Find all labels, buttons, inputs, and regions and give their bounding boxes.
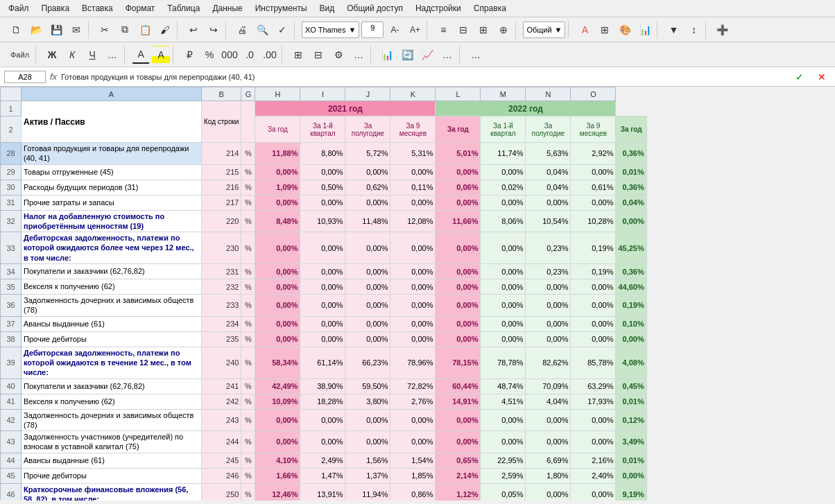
label-cell-42[interactable]: Задолженность дочерних и зависимых общес… — [21, 409, 202, 431]
val-46-5[interactable]: 0,05% — [481, 483, 526, 501]
val-32-4[interactable]: 11,66% — [436, 210, 481, 232]
underline-button[interactable]: Ч — [83, 46, 101, 64]
val-41-4[interactable]: 14,91% — [436, 394, 481, 409]
delete-cell-button[interactable]: ⊟ — [309, 46, 327, 64]
filter-button[interactable]: ▼ — [664, 21, 682, 39]
val-30-7[interactable]: 0,61% — [571, 180, 616, 195]
val-44-8[interactable]: 0,01% — [616, 453, 646, 468]
val-46-4[interactable]: 1,12% — [436, 483, 481, 501]
val-29-7[interactable]: 0,00% — [571, 164, 616, 180]
val-37-1[interactable]: 0,00% — [300, 316, 345, 331]
print-preview-button[interactable]: 🔍 — [253, 21, 271, 39]
chart-button[interactable]: 📈 — [418, 46, 436, 64]
open-button[interactable]: 📂 — [27, 21, 45, 39]
label-cell-46[interactable]: Краткосрочные финансовые вложения (56, 5… — [21, 483, 202, 501]
label-cell-28[interactable]: Готовая продукция и товары для перепрода… — [21, 143, 202, 165]
val-41-0[interactable]: 10,09% — [255, 394, 300, 409]
val-34-5[interactable]: 0,00% — [481, 264, 526, 279]
menu-table[interactable]: Таблица — [162, 1, 205, 15]
val-37-4[interactable]: 0,00% — [436, 316, 481, 331]
val-42-8[interactable]: 0,12% — [616, 409, 646, 431]
val-36-0[interactable]: 0,00% — [255, 295, 300, 317]
save-button[interactable]: 💾 — [47, 21, 65, 39]
val-43-7[interactable]: 0,00% — [571, 431, 616, 453]
val-33-5[interactable]: 0,00% — [481, 232, 526, 264]
val-35-0[interactable]: 0,00% — [255, 279, 300, 295]
val-34-7[interactable]: 0,19% — [571, 264, 616, 279]
format-painter-button[interactable]: 🖌 — [156, 21, 174, 39]
val-29-0[interactable]: 0,00% — [255, 164, 300, 180]
val-46-2[interactable]: 11,94% — [345, 483, 390, 501]
val-34-6[interactable]: 0,23% — [526, 264, 571, 279]
val-31-6[interactable]: 0,00% — [526, 195, 571, 210]
table-row[interactable]: 36Задолженность дочерних и зависимых общ… — [1, 295, 647, 317]
val-40-0[interactable]: 42,49% — [255, 379, 300, 394]
val-31-5[interactable]: 0,00% — [481, 195, 526, 210]
val-45-7[interactable]: 2,40% — [571, 468, 616, 483]
val-45-1[interactable]: 1,47% — [300, 468, 345, 483]
val-36-6[interactable]: 0,00% — [526, 295, 571, 317]
col-H-header[interactable]: H — [255, 87, 300, 101]
menu-insert[interactable]: Вставка — [76, 1, 119, 15]
val-31-0[interactable]: 0,00% — [255, 195, 300, 210]
decimal-dec-button[interactable]: .00 — [261, 46, 279, 64]
val-32-6[interactable]: 10,54% — [526, 210, 571, 232]
label-cell-36[interactable]: Задолженность дочерних и зависимых общес… — [21, 295, 202, 317]
val-42-7[interactable]: 0,00% — [571, 409, 616, 431]
label-cell-29[interactable]: Товары отгруженные (45) — [21, 164, 202, 180]
fill-color-button[interactable]: A — [576, 21, 594, 39]
merge-button[interactable]: ⊕ — [494, 21, 513, 39]
sort-button[interactable]: ↕ — [685, 21, 703, 39]
table-row[interactable]: 41Векселя к получению (62)242%10,09%18,2… — [1, 394, 647, 409]
menu-share[interactable]: Общий доступ — [341, 1, 408, 15]
cell-more-button[interactable]: … — [350, 46, 368, 64]
val-37-2[interactable]: 0,00% — [345, 316, 390, 331]
val-36-4[interactable]: 0,00% — [436, 295, 481, 317]
val-33-1[interactable]: 0,00% — [300, 232, 345, 264]
val-44-7[interactable]: 2,16% — [571, 453, 616, 468]
table-row[interactable]: 34Покупатели и заказчики (62,76,82)231%0… — [1, 264, 647, 279]
val-28-4[interactable]: 5,01% — [436, 143, 481, 165]
val-32-5[interactable]: 8,06% — [481, 210, 526, 232]
table-row[interactable]: 30Расходы будущих периодов (31)216%1,09%… — [1, 180, 647, 195]
cut-button[interactable]: ✂ — [96, 21, 114, 39]
col-I-header[interactable]: I — [300, 87, 345, 101]
val-44-2[interactable]: 1,56% — [345, 453, 390, 468]
val-32-8[interactable]: 0,00% — [616, 210, 646, 232]
thousands-button[interactable]: 000 — [221, 46, 239, 64]
menu-file[interactable]: Файл — [3, 1, 35, 15]
strikethrough-button[interactable]: … — [103, 46, 121, 64]
val-38-4[interactable]: 0,00% — [436, 331, 481, 347]
val-38-8[interactable]: 0,00% — [616, 331, 646, 347]
val-46-3[interactable]: 0,86% — [390, 483, 436, 501]
align-center-button[interactable]: ⊟ — [454, 21, 472, 39]
table-row[interactable]: 37Авансы выданные (61)234%0,00%0,00%0,00… — [1, 316, 647, 331]
val-33-7[interactable]: 0,19% — [571, 232, 616, 264]
val-37-5[interactable]: 0,00% — [481, 316, 526, 331]
pivot-button[interactable]: 🔄 — [398, 46, 416, 64]
val-38-0[interactable]: 0,00% — [255, 331, 300, 347]
table-row[interactable]: 43Задолженность участников (учредителей)… — [1, 431, 647, 453]
font-selector[interactable]: XO Thames ▼ — [302, 21, 359, 38]
val-36-8[interactable]: 0,19% — [616, 295, 646, 317]
val-33-8[interactable]: 45,25% — [616, 232, 646, 264]
val-32-7[interactable]: 10,28% — [571, 210, 616, 232]
val-41-2[interactable]: 3,80% — [345, 394, 390, 409]
val-36-1[interactable]: 0,00% — [300, 295, 345, 317]
val-36-5[interactable]: 0,00% — [481, 295, 526, 317]
val-32-1[interactable]: 10,93% — [300, 210, 345, 232]
val-44-6[interactable]: 6,69% — [526, 453, 571, 468]
val-44-3[interactable]: 1,54% — [390, 453, 436, 468]
val-39-7[interactable]: 85,78% — [571, 347, 616, 379]
table-row[interactable]: 29Товары отгруженные (45)215%0,00%0,00%0… — [1, 164, 647, 180]
number-format-dropdown-icon[interactable]: ▼ — [555, 26, 562, 34]
table-style-button[interactable]: 📊 — [636, 21, 654, 39]
val-30-1[interactable]: 0,50% — [300, 180, 345, 195]
val-39-0[interactable]: 58,34% — [255, 347, 300, 379]
val-28-1[interactable]: 8,80% — [300, 143, 345, 165]
bold-button[interactable]: Ж — [43, 46, 61, 64]
font-size-decrease-button[interactable]: A- — [386, 21, 404, 39]
currency-button[interactable]: ₽ — [180, 46, 198, 64]
email-button[interactable]: ✉ — [67, 21, 85, 39]
val-38-5[interactable]: 0,00% — [481, 331, 526, 347]
